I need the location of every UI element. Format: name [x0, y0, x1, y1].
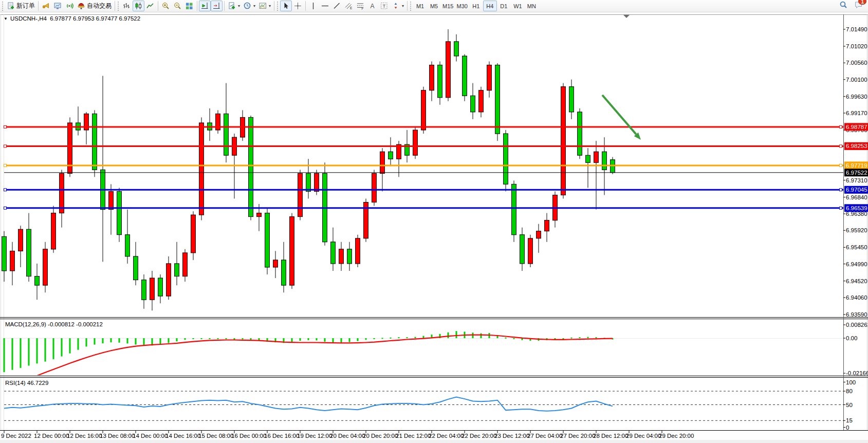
- chart-title-text: USDCNH-,H4 6.97877 6.97953 6.97477 6.975…: [10, 15, 140, 22]
- time-tick-label: 12 Dec 16:00: [67, 433, 102, 439]
- chart-shift-button[interactable]: [199, 1, 211, 11]
- notifications-button[interactable]: 1: [854, 1, 863, 11]
- newchart-icon: [228, 2, 236, 10]
- toolbar-grip[interactable]: [277, 2, 279, 11]
- horn-icon: [42, 2, 50, 10]
- timeframe-m15-button[interactable]: M15: [441, 1, 455, 11]
- fibonacci-tool-button[interactable]: F: [355, 1, 366, 11]
- svg-text:T: T: [383, 3, 386, 9]
- toolbar-separator: [305, 1, 306, 11]
- community-chart-button[interactable]: [52, 1, 64, 11]
- time-tick-label: 15 Dec 08:00: [198, 433, 233, 439]
- toolbar-right-cluster: 1: [839, 1, 863, 11]
- vertical-line-tool-button[interactable]: [307, 1, 319, 11]
- template-icon: [258, 2, 267, 10]
- timeframe-mn-button[interactable]: MN: [525, 1, 539, 11]
- toolbar-separator: [158, 1, 158, 11]
- macd-indicator-label: MACD(12,26,9) -0.000812 -0.000212: [5, 321, 103, 327]
- timeframe-d1-button[interactable]: D1: [497, 1, 511, 11]
- fibo-icon: F: [356, 2, 365, 10]
- zoom-out-button[interactable]: [172, 1, 183, 11]
- hline-handle[interactable]: [4, 189, 7, 191]
- arrows-icon: [392, 2, 400, 10]
- chart-title[interactable]: ▼USDCNH-,H4 6.97877 6.97953 6.97477 6.97…: [4, 15, 140, 22]
- notification-badge: 1: [858, 0, 866, 5]
- rsi-indicator-label: RSI(14) 46.7229: [5, 380, 48, 386]
- hline-handle[interactable]: [840, 145, 842, 147]
- hline-handle[interactable]: [840, 207, 842, 209]
- channel-icon: E: [344, 2, 353, 10]
- price-tick-label: 7.00100: [846, 77, 867, 83]
- timeframe-w1-button[interactable]: W1: [511, 1, 525, 11]
- auto-scroll-button[interactable]: [211, 1, 223, 11]
- cursor-tool-button[interactable]: [280, 1, 292, 11]
- timeframe-h1-button[interactable]: H1: [469, 1, 483, 11]
- templates-button[interactable]: ▾: [257, 1, 272, 11]
- price-tick-label: 7.00560: [846, 60, 867, 66]
- time-tick-label: 16 Dec 16:00: [264, 433, 299, 439]
- time-tick-label: 14 Dec 00:00: [133, 433, 168, 439]
- price-tick-label: 7.01490: [846, 26, 867, 32]
- equidistant-channel-tool-button[interactable]: E: [343, 1, 355, 11]
- timeframe-m30-button[interactable]: M30: [455, 1, 469, 11]
- timeframe-h4-button[interactable]: H4: [483, 1, 497, 11]
- text-label-tool-button[interactable]: T: [378, 1, 390, 11]
- shift-icon: [200, 2, 209, 10]
- market-watch-button[interactable]: [40, 1, 52, 11]
- zoomout-icon: [173, 2, 182, 10]
- timeframe-m5-button[interactable]: M5: [427, 1, 441, 11]
- new-chart-button[interactable]: ▾: [226, 1, 242, 11]
- profiles-button[interactable]: ▾: [242, 1, 257, 11]
- window-bottom-edge: [0, 440, 868, 443]
- time-tick-label: 29 Dec 20:00: [659, 433, 694, 439]
- toolbar-separator: [224, 1, 225, 11]
- textA-icon: A: [368, 2, 377, 10]
- chevron-down-icon[interactable]: ▾: [269, 4, 271, 8]
- macd-tick-label: 0.00: [846, 335, 857, 341]
- price-tick-label: 6.99630: [846, 94, 867, 100]
- candles-icon: [134, 2, 143, 10]
- crosshair-tool-button[interactable]: [292, 1, 304, 11]
- time-tick-label: 16 Dec 00:00: [231, 433, 266, 439]
- time-tick-label: 22 Dec 04:00: [429, 433, 464, 439]
- price-badge-label: 6.97522: [846, 170, 867, 176]
- time-tick-label: 20 Dec 20:00: [363, 433, 398, 439]
- tile-windows-button[interactable]: [183, 1, 195, 11]
- candlestick-mode-button[interactable]: [133, 1, 144, 11]
- monitor-icon: [53, 2, 62, 10]
- zoom-in-button[interactable]: [160, 1, 172, 11]
- price-badge-label: 6.97719: [846, 162, 867, 169]
- search-icon: [839, 1, 848, 9]
- text-tool-button[interactable]: A: [366, 1, 378, 11]
- hline-handle[interactable]: [840, 125, 842, 128]
- horizontal-line-tool-button[interactable]: [319, 1, 331, 11]
- bar-chart-mode-button[interactable]: [121, 1, 133, 11]
- arrows-tool-button[interactable]: ▾: [390, 1, 405, 11]
- hline-handle[interactable]: [840, 189, 842, 191]
- hline-handle[interactable]: [840, 164, 842, 167]
- chevron-down-icon[interactable]: ▾: [253, 4, 255, 8]
- chevron-down-icon[interactable]: ▾: [402, 4, 404, 8]
- symbol-dropdown-icon[interactable]: ▼: [4, 16, 8, 21]
- line-chart-mode-button[interactable]: [144, 1, 156, 11]
- macd-tick-label: -0.02166: [846, 370, 868, 376]
- search-button[interactable]: [839, 1, 848, 11]
- hline-handle[interactable]: [4, 207, 7, 209]
- autotrading-button[interactable]: 自动交易: [76, 1, 113, 11]
- autotrade-icon: [77, 2, 86, 10]
- new-order-button[interactable]: 新订单: [5, 1, 36, 11]
- hline-handle[interactable]: [4, 145, 7, 147]
- signals-button[interactable]: [64, 1, 76, 11]
- trendline-tool-button[interactable]: [331, 1, 343, 11]
- new-order-icon: [7, 2, 15, 10]
- toolbar-grip[interactable]: [2, 2, 4, 11]
- toolbar-grip[interactable]: [410, 2, 412, 11]
- timeframe-m1-button[interactable]: M1: [413, 1, 427, 11]
- hline-handle[interactable]: [4, 164, 7, 167]
- hline-handle[interactable]: [4, 125, 7, 128]
- toolbar-grip[interactable]: [118, 2, 119, 11]
- chart-window: 7.014907.010207.005607.001006.996306.991…: [0, 12, 868, 443]
- price-tick-label: 6.94060: [846, 294, 867, 301]
- time-tick-label: 9 Dec 2022: [1, 433, 31, 439]
- chevron-down-icon[interactable]: ▾: [238, 4, 240, 8]
